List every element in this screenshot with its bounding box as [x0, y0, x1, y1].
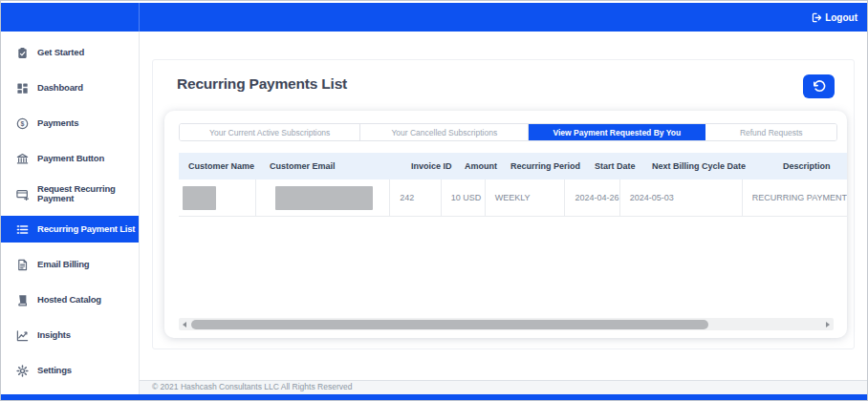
topbar-divider: [139, 3, 140, 32]
sidebar-item-label: Get Started: [37, 48, 84, 58]
sidebar-item-email-billing[interactable]: Email Billing: [1, 251, 139, 278]
sidebar-item-label: Insights: [37, 330, 71, 341]
cell-start-date: 2024-04-26: [565, 179, 619, 217]
card-plus-icon: [16, 188, 29, 200]
tab-bar: Your Current Active Subscriptions Your C…: [179, 123, 837, 141]
svg-text:$: $: [21, 119, 25, 127]
logout-button[interactable]: Logout: [810, 11, 859, 25]
sidebar-item-label: Settings: [37, 366, 72, 376]
sidebar-item-settings[interactable]: Settings: [1, 357, 139, 384]
sidebar-item-payments[interactable]: $ Payments: [1, 110, 139, 137]
history-rotate-ccw-icon: [813, 80, 826, 94]
dollar-circle-icon: $: [16, 117, 29, 130]
main-content: Recurring Payments List Your Current Act…: [140, 32, 867, 394]
column-header-customer-name: Customer Name: [179, 153, 260, 179]
content-panel: Recurring Payments List Your Current Act…: [152, 59, 855, 349]
cell-customer-email: [256, 179, 390, 217]
gear-icon: [16, 365, 29, 377]
sidebar-item-label: Payments: [37, 118, 78, 129]
table-header-row: Customer Name Customer Email Invoice ID …: [179, 153, 847, 179]
sidebar-item-label: Request Recurring Payment: [37, 184, 135, 204]
file-text-icon: [16, 259, 29, 271]
cell-amount: 10 USD: [442, 179, 486, 217]
scroll-right-arrow[interactable]: [822, 318, 834, 330]
cell-description: RECURRING PAYMENT: [743, 179, 847, 217]
bank-icon: [16, 153, 29, 165]
chart-icon: [16, 329, 29, 342]
sidebar-item-label: Payment Button: [37, 154, 104, 164]
sidebar-item-get-started[interactable]: Get Started: [1, 39, 139, 66]
column-header-invoice-id: Invoice ID: [401, 153, 455, 179]
sidebar-item-insights[interactable]: Insights: [1, 322, 139, 348]
page-title: Recurring Payments List: [177, 75, 347, 93]
column-header-customer-email: Customer Email: [260, 153, 401, 179]
sidebar-item-payment-button[interactable]: Payment Button: [1, 145, 139, 172]
redacted-customer-name: [183, 186, 216, 210]
cell-recurring-period: WEEKLY: [486, 179, 566, 217]
topbar: Logout: [1, 3, 867, 32]
cell-customer-name: [179, 179, 256, 217]
sidebar-item-label: Dashboard: [37, 83, 83, 94]
list-icon: [16, 223, 29, 236]
tab-refund-requests[interactable]: Refund Requests: [705, 124, 836, 140]
tab-current-active-subscriptions[interactable]: Your Current Active Subscriptions: [180, 124, 360, 140]
bottom-accent-strip: [1, 394, 867, 400]
cell-next-billing-cycle-date: 2024-05-03: [620, 179, 743, 217]
column-header-amount: Amount: [455, 153, 501, 179]
column-header-description: Description: [771, 153, 847, 179]
book-icon: [16, 294, 29, 306]
subscriptions-card: Your Current Active Subscriptions Your C…: [164, 111, 847, 338]
sidebar-item-request-recurring-payment[interactable]: Request Recurring Payment: [1, 180, 139, 207]
table-row: 242 10 USD WEEKLY 2024-04-26 2024-05-03 …: [179, 179, 847, 217]
cell-invoice-id: 242: [390, 179, 442, 217]
logout-label: Logout: [825, 12, 857, 23]
column-header-recurring-period: Recurring Period: [501, 153, 585, 179]
sidebar: Get Started Dashboard $ Payments: [1, 32, 140, 394]
sidebar-item-label: Email Billing: [37, 260, 89, 270]
footer-copyright: © 2021 Hashcash Consultants LLC All Righ…: [140, 380, 867, 394]
tab-view-payment-requested-by-you[interactable]: View Payment Requested By You: [529, 124, 705, 140]
sidebar-item-recurring-payment-list[interactable]: Recurring Payment List: [1, 216, 139, 243]
column-header-next-billing-cycle-date: Next Billing Cycle Date: [642, 153, 771, 179]
horizontal-scrollbar[interactable]: [179, 318, 834, 330]
sidebar-item-dashboard[interactable]: Dashboard: [1, 74, 139, 101]
tab-cancelled-subscriptions[interactable]: Your Cancelled Subscriptions: [360, 124, 529, 140]
scroll-left-arrow[interactable]: [179, 318, 190, 330]
sidebar-item-label: Recurring Payment List: [37, 224, 135, 235]
logout-icon: [812, 12, 822, 23]
app-window: Logout Get Started: [0, 0, 868, 401]
sidebar-item-label: Hosted Catalog: [37, 295, 101, 306]
column-header-start-date: Start Date: [585, 153, 642, 179]
scrollbar-thumb[interactable]: [191, 320, 708, 329]
clipboard-check-icon: [16, 47, 29, 59]
dashboard-grid-icon: [16, 82, 29, 95]
redacted-customer-email: [275, 186, 373, 210]
sidebar-item-hosted-catalog[interactable]: Hosted Catalog: [1, 286, 139, 313]
refresh-history-button[interactable]: [803, 74, 835, 98]
payments-table: Customer Name Customer Email Invoice ID …: [179, 153, 847, 217]
